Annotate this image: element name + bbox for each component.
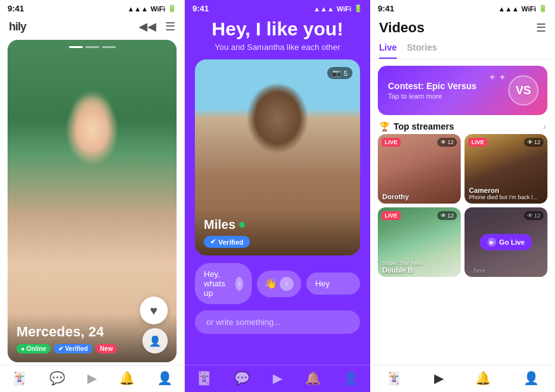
nav-user-icon[interactable]: 👤 (157, 371, 173, 386)
camera-badge: 📷 5 (327, 67, 352, 79)
wifi-icon: WiFi (151, 5, 165, 13)
nav-bell-icon-p2[interactable]: 🔔 (305, 371, 321, 386)
nav-play-icon[interactable]: ▶ (87, 371, 97, 386)
action-hey[interactable]: Hey (306, 273, 360, 295)
streamer-card-cameron[interactable]: LIVE 👁 12 Cameron Phone died but I'm bac… (465, 134, 547, 204)
panel-match: 9:41 ▲▲▲ WiFi 🔋 Hey, I like you! You and… (185, 0, 370, 392)
bottom-nav-p1: 🃏 💬 ▶ 🔔 👤 (0, 365, 184, 392)
wifi-icon-p3: WiFi (521, 5, 536, 13)
nav-play-icon-p3[interactable]: ▶ (434, 371, 444, 386)
checkmark-icon: ✔ (210, 238, 216, 246)
view-count-dorothy: 👁 12 (437, 138, 457, 147)
ghost-icon: 👤 (149, 335, 161, 347)
section-title-streamers: 🏆 Top streamers (379, 121, 454, 132)
tab-live[interactable]: Live (379, 42, 397, 59)
chevron-right-icon[interactable]: › (543, 121, 546, 132)
heart-icon: ♥ (150, 303, 158, 318)
view-count-doubleb: 👁 12 (437, 211, 457, 220)
panel-videos: 9:41 ▲▲▲ WiFi 🔋 Videos ☰ Live Stories Co… (370, 0, 555, 392)
streamer-card-dorothy[interactable]: LIVE 👁 12 Dorothy (378, 134, 461, 204)
app-logo: hily (9, 20, 26, 34)
match-card[interactable]: 📷 5 Miles ✔ Verified (195, 59, 360, 255)
photo-dots (69, 46, 116, 48)
live-badge-doubleb: LIVE (382, 211, 401, 220)
badge-online: ● Online (16, 344, 51, 353)
golive-label: Go Live (499, 238, 525, 246)
view-count-cameron: 👁 12 (524, 138, 544, 147)
verified-badge: ✔ Verified (204, 236, 250, 248)
bottom-nav-p2: 🃏 💬 ▶ 🔔 👤 (185, 365, 370, 392)
nav-bell-icon[interactable]: 🔔 (119, 371, 135, 386)
signal-icon-p3: ▲▲▲ (498, 5, 519, 13)
signal-icon-p2: ▲▲▲ (313, 5, 334, 13)
match-title: Hey, I like you! (199, 18, 356, 39)
battery-icon: 🔋 (168, 4, 177, 13)
match-name: Miles (204, 217, 351, 232)
send-arrow-1: ↑ (235, 277, 243, 291)
action-hey-whats-up[interactable]: Hey, whats up ↑ (195, 263, 252, 304)
status-bar-p2: 9:41 ▲▲▲ WiFi 🔋 (185, 0, 370, 13)
wave-icon: 👋 (265, 278, 277, 290)
tab-stories[interactable]: Stories (407, 42, 437, 59)
time-p2: 9:41 (192, 4, 209, 13)
nav-chat-icon-p2[interactable]: 💬 (234, 371, 250, 386)
nav-cards-icon-p2[interactable]: 🃏 (196, 371, 212, 386)
nav-chat-icon[interactable]: 💬 (49, 371, 65, 386)
anon-button[interactable]: 👤 (142, 328, 168, 353)
trophy-icon: 🏆 (379, 121, 390, 132)
match-info: Miles ✔ Verified (195, 210, 360, 255)
badge-verified: ✔ Verified (54, 344, 92, 353)
profile-card[interactable]: Mercedes, 24 ● Online ✔ Verified New ♥ 👤 (8, 40, 177, 362)
dot-1 (69, 46, 83, 48)
nav-cards-icon-p3[interactable]: 🃏 (386, 371, 402, 386)
streamers-grid: LIVE 👁 12 Dorothy LIVE 👁 12 Cameron Phon… (370, 134, 555, 277)
panel-dating: 9:41 ▲▲▲ WiFi 🔋 hily ◀◀ ☰ Mercedes, 24 ●… (0, 0, 185, 392)
menu-icon-p3[interactable]: ☰ (536, 21, 546, 35)
dot-3 (102, 46, 116, 48)
go-live-button[interactable]: ▶ Go Live (480, 234, 532, 250)
action-wave[interactable]: 👋 ↑ (257, 271, 301, 297)
send-arrow-2: ↑ (280, 277, 294, 291)
header-icons: ◀◀ ☰ (139, 20, 175, 34)
action-text-1: Hey, whats up (204, 269, 232, 298)
input-placeholder: or write something... (206, 317, 280, 327)
nav-bell-icon-p3[interactable]: 🔔 (475, 371, 491, 386)
system-icons-p2: ▲▲▲ WiFi 🔋 (313, 4, 363, 13)
photo-count: 5 (344, 70, 347, 77)
back-icon[interactable]: ◀◀ (139, 20, 156, 34)
eye-icon-b: 👁 (440, 212, 446, 219)
section-header-streamers: 🏆 Top streamers › (370, 115, 555, 134)
system-icons-p3: ▲▲▲ WiFi 🔋 (498, 4, 547, 13)
battery-icon-p2: 🔋 (354, 4, 363, 13)
wifi-icon-p2: WiFi (337, 5, 351, 13)
streamer-name-doubleb: Super Star here Double B (382, 260, 456, 274)
stars-decoration: ✦ ✦ (489, 72, 506, 82)
action-text-3: Hey (315, 279, 330, 288)
streamer-name-cameron: Cameron Phone died but I'm back l... (469, 187, 543, 200)
contest-banner[interactable]: Contest: Epic Versus Tap to learn more ✦… (378, 66, 547, 115)
camera-icon: 📷 (332, 69, 341, 77)
quick-actions: Hey, whats up ↑ 👋 ↑ Hey (185, 255, 370, 308)
time-p3: 9:41 (378, 4, 394, 13)
status-bar-p3: 9:41 ▲▲▲ WiFi 🔋 (370, 0, 555, 13)
battery-icon-p3: 🔋 (539, 4, 547, 13)
status-bar-p1: 9:41 ▲▲▲ WiFi 🔋 (0, 0, 184, 13)
nav-user-icon-p2[interactable]: 👤 (343, 371, 359, 386)
streamer-name-dorothy: Dorothy (382, 193, 409, 200)
like-button[interactable]: ♥ (140, 297, 168, 324)
nav-play-icon-p2[interactable]: ▶ (273, 371, 282, 386)
panel3-header: Videos ☰ (370, 13, 555, 39)
streamer-card-doubleb[interactable]: LIVE 👁 12 Super Star here Double B (378, 207, 461, 277)
bottom-nav-p3: 🃏 ▶ 🔔 👤 (370, 365, 555, 392)
message-input[interactable]: or write something... (195, 310, 360, 334)
vs-badge: VS (508, 75, 539, 106)
nav-user-icon-p3[interactable]: 👤 (523, 371, 539, 386)
play-icon-golive: ▶ (487, 238, 496, 247)
live-badge-dorothy: LIVE (382, 138, 401, 147)
nav-cards-icon[interactable]: 🃏 (11, 371, 27, 386)
system-icons-p1: ▲▲▲ WiFi 🔋 (127, 4, 177, 13)
time-p1: 9:41 (8, 4, 24, 13)
streamer-card-golive[interactable]: 👁 12 ...here ▶ Go Live (465, 207, 547, 277)
golive-overlay: ▶ Go Live (465, 207, 547, 277)
menu-icon[interactable]: ☰ (165, 20, 175, 34)
